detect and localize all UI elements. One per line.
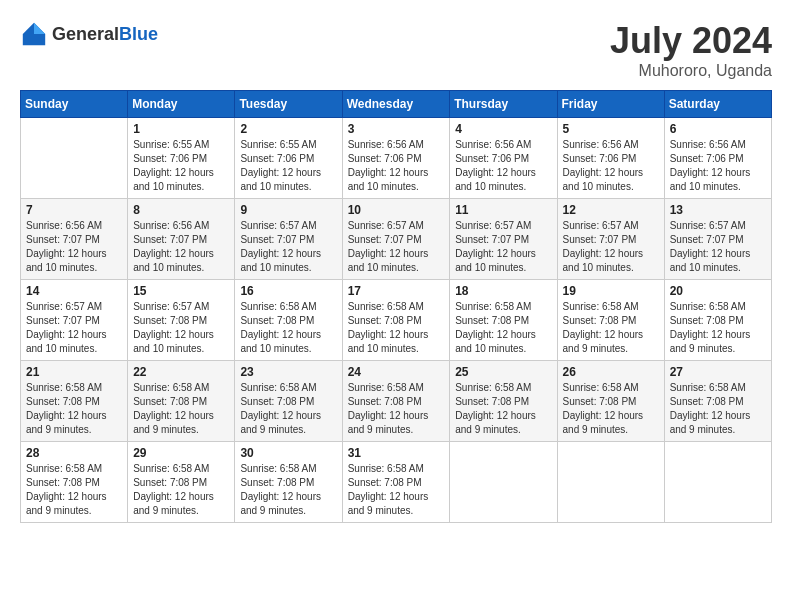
day-info: Sunrise: 6:56 AMSunset: 7:06 PMDaylight:… (563, 138, 659, 194)
calendar-cell (21, 118, 128, 199)
calendar-cell: 18Sunrise: 6:58 AMSunset: 7:08 PMDayligh… (450, 280, 557, 361)
calendar-week-row: 21Sunrise: 6:58 AMSunset: 7:08 PMDayligh… (21, 361, 772, 442)
day-number: 2 (240, 122, 336, 136)
day-number: 15 (133, 284, 229, 298)
day-info: Sunrise: 6:57 AMSunset: 7:07 PMDaylight:… (348, 219, 445, 275)
calendar-cell: 15Sunrise: 6:57 AMSunset: 7:08 PMDayligh… (128, 280, 235, 361)
day-info: Sunrise: 6:56 AMSunset: 7:06 PMDaylight:… (348, 138, 445, 194)
day-info: Sunrise: 6:58 AMSunset: 7:08 PMDaylight:… (240, 300, 336, 356)
calendar-cell: 9Sunrise: 6:57 AMSunset: 7:07 PMDaylight… (235, 199, 342, 280)
day-info: Sunrise: 6:56 AMSunset: 7:07 PMDaylight:… (26, 219, 122, 275)
day-number: 1 (133, 122, 229, 136)
day-info: Sunrise: 6:57 AMSunset: 7:07 PMDaylight:… (455, 219, 551, 275)
day-info: Sunrise: 6:57 AMSunset: 7:07 PMDaylight:… (26, 300, 122, 356)
calendar-cell: 12Sunrise: 6:57 AMSunset: 7:07 PMDayligh… (557, 199, 664, 280)
title-block: July 2024 Muhororo, Uganda (610, 20, 772, 80)
day-info: Sunrise: 6:57 AMSunset: 7:07 PMDaylight:… (240, 219, 336, 275)
day-number: 10 (348, 203, 445, 217)
day-info: Sunrise: 6:58 AMSunset: 7:08 PMDaylight:… (26, 381, 122, 437)
day-info: Sunrise: 6:55 AMSunset: 7:06 PMDaylight:… (240, 138, 336, 194)
day-number: 25 (455, 365, 551, 379)
logo-text: GeneralBlue (52, 24, 158, 45)
calendar-cell: 8Sunrise: 6:56 AMSunset: 7:07 PMDaylight… (128, 199, 235, 280)
day-info: Sunrise: 6:58 AMSunset: 7:08 PMDaylight:… (240, 381, 336, 437)
day-info: Sunrise: 6:57 AMSunset: 7:07 PMDaylight:… (670, 219, 766, 275)
day-number: 22 (133, 365, 229, 379)
calendar-cell: 3Sunrise: 6:56 AMSunset: 7:06 PMDaylight… (342, 118, 450, 199)
calendar-cell: 21Sunrise: 6:58 AMSunset: 7:08 PMDayligh… (21, 361, 128, 442)
day-number: 9 (240, 203, 336, 217)
day-info: Sunrise: 6:58 AMSunset: 7:08 PMDaylight:… (670, 381, 766, 437)
calendar-header-row: SundayMondayTuesdayWednesdayThursdayFrid… (21, 91, 772, 118)
day-number: 4 (455, 122, 551, 136)
day-number: 21 (26, 365, 122, 379)
day-info: Sunrise: 6:56 AMSunset: 7:06 PMDaylight:… (670, 138, 766, 194)
day-info: Sunrise: 6:58 AMSunset: 7:08 PMDaylight:… (348, 300, 445, 356)
day-number: 30 (240, 446, 336, 460)
page-header: GeneralBlue July 2024 Muhororo, Uganda (20, 20, 772, 80)
calendar-week-row: 28Sunrise: 6:58 AMSunset: 7:08 PMDayligh… (21, 442, 772, 523)
calendar-week-row: 14Sunrise: 6:57 AMSunset: 7:07 PMDayligh… (21, 280, 772, 361)
calendar-cell: 6Sunrise: 6:56 AMSunset: 7:06 PMDaylight… (664, 118, 771, 199)
svg-marker-1 (34, 23, 45, 34)
day-info: Sunrise: 6:58 AMSunset: 7:08 PMDaylight:… (670, 300, 766, 356)
calendar-cell (557, 442, 664, 523)
day-info: Sunrise: 6:57 AMSunset: 7:08 PMDaylight:… (133, 300, 229, 356)
day-header-sunday: Sunday (21, 91, 128, 118)
calendar-cell: 30Sunrise: 6:58 AMSunset: 7:08 PMDayligh… (235, 442, 342, 523)
calendar-cell: 29Sunrise: 6:58 AMSunset: 7:08 PMDayligh… (128, 442, 235, 523)
calendar-cell: 1Sunrise: 6:55 AMSunset: 7:06 PMDaylight… (128, 118, 235, 199)
calendar-cell: 11Sunrise: 6:57 AMSunset: 7:07 PMDayligh… (450, 199, 557, 280)
calendar-cell: 5Sunrise: 6:56 AMSunset: 7:06 PMDaylight… (557, 118, 664, 199)
day-number: 5 (563, 122, 659, 136)
day-info: Sunrise: 6:57 AMSunset: 7:07 PMDaylight:… (563, 219, 659, 275)
day-number: 3 (348, 122, 445, 136)
day-header-wednesday: Wednesday (342, 91, 450, 118)
calendar-week-row: 1Sunrise: 6:55 AMSunset: 7:06 PMDaylight… (21, 118, 772, 199)
day-number: 14 (26, 284, 122, 298)
day-info: Sunrise: 6:56 AMSunset: 7:07 PMDaylight:… (133, 219, 229, 275)
calendar-cell: 22Sunrise: 6:58 AMSunset: 7:08 PMDayligh… (128, 361, 235, 442)
day-info: Sunrise: 6:58 AMSunset: 7:08 PMDaylight:… (133, 462, 229, 518)
day-number: 26 (563, 365, 659, 379)
day-info: Sunrise: 6:55 AMSunset: 7:06 PMDaylight:… (133, 138, 229, 194)
calendar-cell: 19Sunrise: 6:58 AMSunset: 7:08 PMDayligh… (557, 280, 664, 361)
calendar-cell: 16Sunrise: 6:58 AMSunset: 7:08 PMDayligh… (235, 280, 342, 361)
day-header-saturday: Saturday (664, 91, 771, 118)
day-number: 28 (26, 446, 122, 460)
month-year-title: July 2024 (610, 20, 772, 62)
logo-text-blue: Blue (119, 24, 158, 44)
day-info: Sunrise: 6:56 AMSunset: 7:06 PMDaylight:… (455, 138, 551, 194)
day-number: 8 (133, 203, 229, 217)
calendar-cell: 23Sunrise: 6:58 AMSunset: 7:08 PMDayligh… (235, 361, 342, 442)
day-number: 19 (563, 284, 659, 298)
day-number: 13 (670, 203, 766, 217)
calendar-cell: 26Sunrise: 6:58 AMSunset: 7:08 PMDayligh… (557, 361, 664, 442)
calendar-cell (664, 442, 771, 523)
day-info: Sunrise: 6:58 AMSunset: 7:08 PMDaylight:… (455, 381, 551, 437)
calendar-cell: 7Sunrise: 6:56 AMSunset: 7:07 PMDaylight… (21, 199, 128, 280)
logo: GeneralBlue (20, 20, 158, 48)
calendar-week-row: 7Sunrise: 6:56 AMSunset: 7:07 PMDaylight… (21, 199, 772, 280)
day-header-thursday: Thursday (450, 91, 557, 118)
day-info: Sunrise: 6:58 AMSunset: 7:08 PMDaylight:… (348, 381, 445, 437)
day-info: Sunrise: 6:58 AMSunset: 7:08 PMDaylight:… (240, 462, 336, 518)
calendar-cell: 20Sunrise: 6:58 AMSunset: 7:08 PMDayligh… (664, 280, 771, 361)
day-info: Sunrise: 6:58 AMSunset: 7:08 PMDaylight:… (133, 381, 229, 437)
day-info: Sunrise: 6:58 AMSunset: 7:08 PMDaylight:… (455, 300, 551, 356)
day-number: 29 (133, 446, 229, 460)
day-info: Sunrise: 6:58 AMSunset: 7:08 PMDaylight:… (563, 300, 659, 356)
day-number: 17 (348, 284, 445, 298)
day-number: 23 (240, 365, 336, 379)
logo-icon (20, 20, 48, 48)
location-title: Muhororo, Uganda (610, 62, 772, 80)
day-info: Sunrise: 6:58 AMSunset: 7:08 PMDaylight:… (26, 462, 122, 518)
calendar-cell (450, 442, 557, 523)
logo-text-general: General (52, 24, 119, 44)
day-header-tuesday: Tuesday (235, 91, 342, 118)
day-number: 20 (670, 284, 766, 298)
calendar-cell: 25Sunrise: 6:58 AMSunset: 7:08 PMDayligh… (450, 361, 557, 442)
day-number: 24 (348, 365, 445, 379)
day-info: Sunrise: 6:58 AMSunset: 7:08 PMDaylight:… (348, 462, 445, 518)
day-number: 6 (670, 122, 766, 136)
